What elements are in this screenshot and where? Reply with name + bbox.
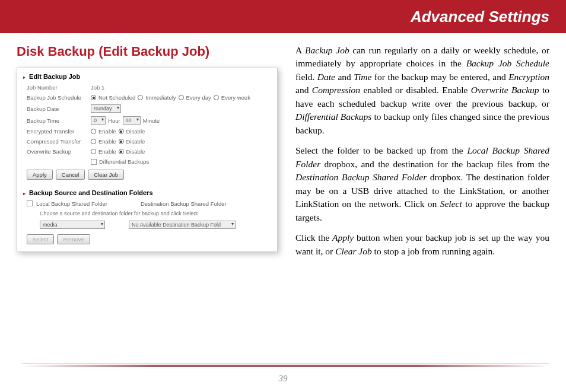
- header-title: Advanced Settings: [411, 8, 549, 26]
- minute-label: Minute: [143, 117, 160, 124]
- expand-arrow-icon: ▸: [23, 75, 26, 80]
- remove-button[interactable]: Remove: [57, 234, 90, 244]
- settings-screenshot: ▸ Edit Backup Job Job Number Job 1 Backu…: [17, 68, 278, 252]
- panel2-heading: ▸ Backup Source and Destination Folders: [23, 189, 271, 196]
- paragraph-3: Click the Apply button when your backup …: [295, 231, 549, 258]
- opt-every-week: Every week: [221, 94, 250, 101]
- schedule-options: Not Scheduled Immediately Every day Ever…: [91, 94, 250, 101]
- lbl-ovr-enable: Enable: [98, 148, 116, 155]
- dest-folder-select[interactable]: No Available Destination Backup Fold: [129, 221, 236, 229]
- lbl-enc-disable: Disable: [126, 128, 145, 135]
- content-area: Disk Backup (Edit Backup Job) ▸ Edit Bac…: [0, 33, 566, 265]
- minute-select[interactable]: 00: [123, 116, 141, 125]
- job-number-label: Job Number: [27, 84, 91, 91]
- folder-dropdowns: media No Available Destination Backup Fo…: [23, 218, 271, 231]
- panel2-heading-text: Backup Source and Destination Folders: [29, 189, 152, 196]
- body-text: A Backup Job can run regularly on a dail…: [295, 44, 549, 265]
- lbl-ovr-disable: Disable: [126, 148, 145, 155]
- compressed-label: Compressed Transfer: [27, 138, 91, 145]
- differential-checkbox[interactable]: [91, 159, 97, 165]
- expand-arrow-icon-2: ▸: [23, 191, 26, 196]
- paragraph-1: A Backup Job can run regularly on a dail…: [295, 44, 549, 137]
- radio-not-scheduled[interactable]: [91, 95, 96, 100]
- encrypted-row: Encrypted Transfer Enable Disable: [23, 126, 271, 136]
- page-number: 39: [0, 374, 566, 384]
- opt-not-scheduled: Not Scheduled: [98, 94, 135, 101]
- opt-immediately: Immediately: [145, 94, 176, 101]
- local-folder-col: Local Backup Shared Folder: [36, 200, 137, 207]
- left-column: Disk Backup (Edit Backup Job) ▸ Edit Bac…: [17, 44, 278, 265]
- radio-every-week[interactable]: [214, 95, 219, 100]
- date-row: Backup Date Sunday: [23, 103, 271, 114]
- opt-every-day: Every day: [186, 94, 211, 101]
- dest-folder-col: Destination Backup Shared Folder: [141, 200, 227, 207]
- overwrite-label: Overwrite Backup: [27, 148, 91, 155]
- job-number-row: Job Number Job 1: [23, 82, 271, 93]
- differential-label: Differential Backups: [99, 158, 149, 165]
- radio-compressed-disable[interactable]: [119, 139, 124, 144]
- source-folder-select[interactable]: media: [40, 221, 105, 229]
- panel1-heading-text: Edit Backup Job: [29, 73, 80, 80]
- radio-compressed-enable[interactable]: [91, 139, 96, 144]
- panel2-buttons: Select Remove: [23, 231, 271, 244]
- schedule-row: Backup Job Schedule Not Scheduled Immedi…: [23, 93, 271, 103]
- radio-immediately[interactable]: [138, 95, 143, 100]
- date-select[interactable]: Sunday: [91, 104, 121, 113]
- folder-checkbox[interactable]: [27, 200, 33, 206]
- radio-every-day[interactable]: [179, 95, 184, 100]
- lbl-enc-enable: Enable: [98, 128, 116, 135]
- cancel-button[interactable]: Cancel: [56, 170, 85, 180]
- overwrite-row: Overwrite Backup Enable Disable: [23, 146, 271, 157]
- schedule-label: Backup Job Schedule: [27, 94, 91, 101]
- folder-note: Choose a source and destination folder f…: [23, 209, 271, 218]
- header-bar: Advanced Settings: [0, 0, 566, 33]
- panel1-heading: ▸ Edit Backup Job: [23, 73, 271, 80]
- lbl-cmp-disable: Disable: [126, 138, 145, 145]
- time-row: Backup Time 0 Hour 00 Minute: [23, 114, 271, 126]
- job-number-value: Job 1: [91, 84, 104, 91]
- folder-columns-row: Local Backup Shared Folder Destination B…: [23, 199, 271, 209]
- date-label: Backup Date: [27, 106, 91, 112]
- radio-overwrite-enable[interactable]: [91, 149, 96, 154]
- time-label: Backup Time: [27, 117, 91, 124]
- radio-encrypted-disable[interactable]: [119, 129, 124, 134]
- paragraph-2: Select the folder to be backed up from t…: [295, 144, 549, 224]
- lbl-cmp-enable: Enable: [98, 138, 116, 145]
- hour-label: Hour: [108, 117, 120, 124]
- footer-divider: [23, 365, 549, 367]
- radio-overwrite-disable[interactable]: [119, 149, 124, 154]
- page-title: Disk Backup (Edit Backup Job): [17, 44, 278, 59]
- compressed-row: Compressed Transfer Enable Disable: [23, 136, 271, 146]
- select-button[interactable]: Select: [27, 234, 54, 244]
- differential-row: Differential Backups: [23, 157, 271, 167]
- encrypted-label: Encrypted Transfer: [27, 128, 91, 135]
- panel1-buttons: Apply Cancel Clear Job: [23, 167, 271, 180]
- clear-job-button[interactable]: Clear Job: [88, 170, 124, 180]
- radio-encrypted-enable[interactable]: [91, 129, 96, 134]
- apply-button[interactable]: Apply: [27, 170, 53, 180]
- hour-select[interactable]: 0: [91, 116, 106, 125]
